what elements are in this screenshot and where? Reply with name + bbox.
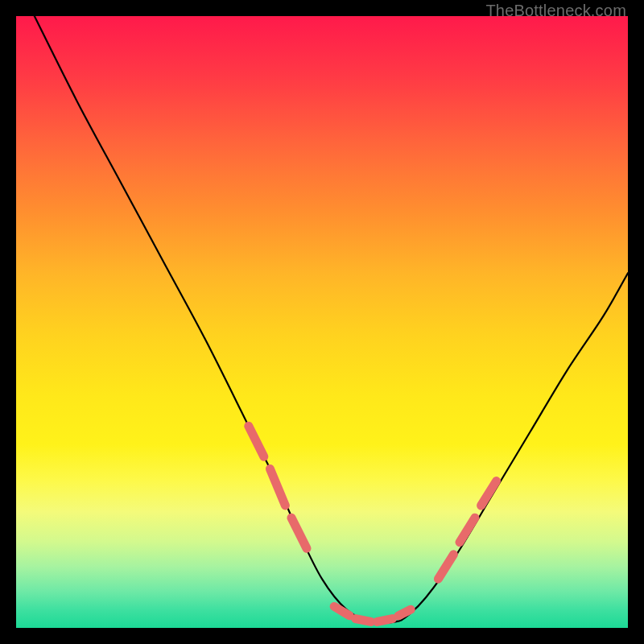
marker-dash — [438, 555, 453, 579]
marker-dash — [249, 426, 264, 456]
watermark-label: TheBottleneck.com — [485, 2, 626, 20]
marker-dash — [291, 518, 307, 548]
plot-area — [16, 16, 628, 628]
marker-dash — [377, 619, 392, 622]
chart-frame: TheBottleneck.com — [0, 0, 644, 644]
bottleneck-curve — [35, 16, 628, 623]
marker-dash — [398, 609, 411, 616]
marker-dash — [334, 606, 349, 615]
marker-dash — [270, 469, 285, 506]
marker-dash — [356, 619, 371, 622]
plot-svg — [16, 16, 628, 628]
